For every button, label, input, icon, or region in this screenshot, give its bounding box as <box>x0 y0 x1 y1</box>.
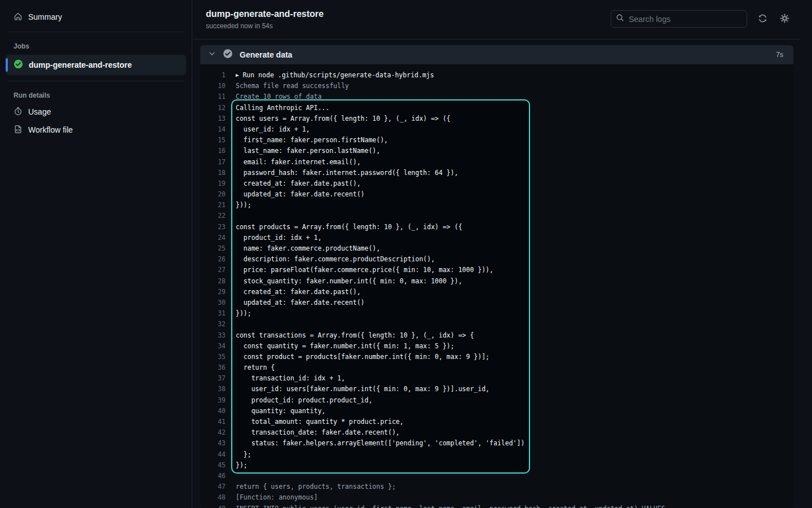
line-text: total_amount: quantity * product.price, <box>236 417 404 427</box>
sync-icon <box>758 14 767 25</box>
sidebar-item-usage[interactable]: Usage <box>6 103 186 121</box>
line-number: 29 <box>200 287 226 297</box>
line-number: 37 <box>200 373 226 384</box>
search-logs-box[interactable] <box>611 10 747 28</box>
log-line: 30 updated_at: faker.date.recent() <box>200 297 793 308</box>
line-number: 36 <box>200 362 226 373</box>
line-text: product_id: idx + 1, <box>236 233 321 243</box>
step-check-circle-icon <box>223 49 233 61</box>
line-number: 32 <box>200 319 226 330</box>
sidebar-item-label: Workflow file <box>28 125 73 134</box>
line-number: 10 <box>200 81 226 91</box>
log-line: 14 user_id: idx + 1, <box>200 124 793 135</box>
line-text: }); <box>236 460 248 471</box>
run-header: dump-generate-and-restore succeeded now … <box>193 0 800 40</box>
line-number: 28 <box>200 276 226 287</box>
sidebar-item-workflow-file[interactable]: Workflow file <box>6 121 186 139</box>
log-line: 10Schema file read successfully <box>200 81 793 91</box>
line-text: user_id: idx + 1, <box>236 124 310 135</box>
line-text: user_id: users[faker.number.int({ min: 0… <box>236 384 489 395</box>
log-line: 47return { users, products, transactions… <box>200 481 793 492</box>
line-text: return { users, products, transactions }… <box>236 481 396 492</box>
line-number: 13 <box>200 113 226 124</box>
search-input[interactable] <box>629 15 742 24</box>
line-text: status: faker.helpers.arrayElement(['pen… <box>236 438 524 449</box>
line-text: name: faker.commerce.productName(), <box>236 243 380 254</box>
line-number: 17 <box>200 157 226 168</box>
file-code-icon <box>14 125 23 135</box>
log-lines: 1▶Run node .github/scripts/generate-data… <box>200 64 793 508</box>
log-line: 41 total_amount: quantity * product.pric… <box>200 417 793 427</box>
log-line: 44 }; <box>200 449 793 460</box>
line-number: 33 <box>200 330 226 341</box>
line-text: updated_at: faker.date.recent() <box>236 297 364 308</box>
line-text: transaction_id: idx + 1, <box>236 373 345 384</box>
jobs-section-label: Jobs <box>0 38 192 54</box>
line-number: 45 <box>200 460 226 471</box>
line-number: 16 <box>200 146 226 156</box>
main-content: dump-generate-and-restore succeeded now … <box>193 0 800 508</box>
log-line: 21})); <box>200 200 793 211</box>
job-name: dump-generate-and-restore <box>29 60 132 69</box>
search-icon <box>616 14 624 24</box>
log-line: 12Calling Anthropic API... <box>200 103 793 113</box>
sidebar-item-summary[interactable]: Summary <box>6 8 186 26</box>
chevron-down-icon[interactable] <box>208 50 216 60</box>
line-number: 25 <box>200 243 226 254</box>
line-text: first_name: faker.person.firstName(), <box>236 135 388 146</box>
sidebar: Summary Jobs dump-generate-and-restore R… <box>0 0 192 508</box>
line-number: 21 <box>200 200 226 211</box>
line-text: Calling Anthropic API... <box>236 103 329 113</box>
line-text: })); <box>236 308 251 319</box>
log-line: 28 stock_quantity: faker.number.int({ mi… <box>200 276 793 287</box>
selected-accent-bar <box>6 58 8 72</box>
log-line: 35 const product = products[faker.number… <box>200 352 793 362</box>
log-line: 25 name: faker.commerce.productName(), <box>200 243 793 254</box>
log-line: 16 last_name: faker.person.lastName(), <box>200 146 793 156</box>
line-text: updated_at: faker.date.recent() <box>236 189 364 200</box>
log-line: 29 created_at: faker.date.past(), <box>200 287 793 297</box>
log-line: 27 price: parseFloat(faker.commerce.pric… <box>200 265 793 275</box>
line-number: 26 <box>200 254 226 265</box>
log-settings-button[interactable] <box>778 13 791 25</box>
refresh-button[interactable] <box>756 13 769 25</box>
log-line: 18 password_hash: faker.internet.passwor… <box>200 168 793 178</box>
line-number: 30 <box>200 297 226 308</box>
expand-group-icon[interactable]: ▶ <box>236 72 239 78</box>
log-line: 26 description: faker.commerce.productDe… <box>200 254 793 265</box>
line-number: 11 <box>200 91 226 102</box>
line-number: 12 <box>200 103 226 113</box>
log-line: 15 first_name: faker.person.firstName(), <box>200 135 793 146</box>
line-number: 42 <box>200 427 226 438</box>
line-number: 43 <box>200 438 226 449</box>
stopwatch-icon <box>14 107 23 117</box>
check-circle-success-icon <box>14 59 23 71</box>
log-line: 11Create 10 rows of data <box>200 91 793 102</box>
line-number: 47 <box>200 481 226 492</box>
line-text: const products = Array.from({ length: 10… <box>236 222 462 233</box>
line-text: email: faker.internet.email(), <box>236 157 361 168</box>
line-text: [Function: anonymous] <box>236 492 317 503</box>
home-icon <box>14 12 23 23</box>
line-text: Schema file read successfully <box>236 81 349 91</box>
line-number: 20 <box>200 189 226 200</box>
step-header-generate-data[interactable]: Generate data 7s <box>200 45 793 64</box>
sidebar-item-job[interactable]: dump-generate-and-restore <box>6 55 186 75</box>
line-number: 34 <box>200 341 226 352</box>
run-details-section-label: Run details <box>0 87 192 103</box>
log-line: 38 user_id: users[faker.number.int({ min… <box>200 384 793 395</box>
line-text: last_name: faker.person.lastName(), <box>236 146 380 156</box>
log-line: 32 <box>200 319 793 330</box>
line-text: product_id: product.product_id, <box>236 395 372 406</box>
log-line: 24 product_id: idx + 1, <box>200 233 793 243</box>
log-line: 34 const quantity = faker.number.int({ m… <box>200 341 793 352</box>
log-line: 13const users = Array.from({ length: 10 … <box>200 113 793 124</box>
sidebar-divider <box>8 32 184 32</box>
step-title: Generate data <box>240 50 769 59</box>
line-number: 41 <box>200 417 226 427</box>
line-number: 31 <box>200 308 226 319</box>
log-line: 37 transaction_id: idx + 1, <box>200 373 793 384</box>
log-line: 33const transactions = Array.from({ leng… <box>200 330 793 341</box>
line-number: 18 <box>200 168 226 178</box>
line-text: const transactions = Array.from({ length… <box>236 330 474 341</box>
